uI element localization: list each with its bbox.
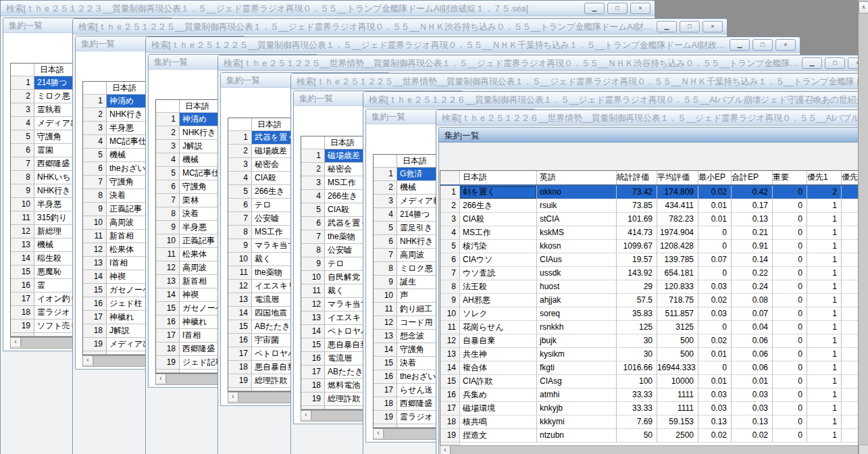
window-titlebar[interactable]: 検索[ｔｈｅ２５１２２５__世界情勢__質量制御再現公表１．５__ジェド霊界ラジ… [291,74,868,89]
pri1-cell: 1 [807,226,842,240]
aggregate-list-title: 集約一覧 [444,130,480,142]
maximize-button[interactable]: □ [680,21,700,32]
row-number-cell: 2 [374,181,397,195]
table-row[interactable]: 3CIA殺stCIA101.69782.230.010.1301 [440,213,868,226]
en-cell: rsuik [537,199,617,213]
column-header[interactable]: 統計評価 [617,171,657,184]
scroll-left-button[interactable]: ‹ [440,446,451,454]
scroll-left-button[interactable]: ‹ [83,356,93,365]
table-row[interactable]: 19捏造文ntzubn5025000.020.0201 [440,429,868,443]
jp-cell: 核汚染 [460,240,537,253]
table-row[interactable]: 18核共鳴kkkymi7.6959.1530.130.1301 [440,415,868,429]
imp-cell: 0 [773,186,807,199]
table-row[interactable]: 5核汚染kkosn1099.671208.42800.9101 [440,240,868,253]
window-title: 検索[ｔｈｅ２５１２２６__世界情勢__質量制御再現公表１．５__ジェド霊界ラジ… [442,112,868,124]
pri1-cell: 1 [807,415,842,429]
stat-cell: 1099.67 [617,240,657,253]
stat-cell: 33.33 [617,402,657,415]
column-header[interactable]: 平均評価 [657,171,698,184]
window-titlebar[interactable]: 検索[ｔｈｅ２５１２２５__世界情勢__質量制御再現公表１．５__ジェド霊界ラジ… [218,55,868,71]
window-titlebar[interactable]: 検索[ｔｈｅ２５１２２６__質量制御再現公表１．５__ジェド霊界ラジオ再現０．５… [363,92,868,107]
total-cell: 0.91 [732,240,773,253]
total-cell: 0.14 [732,253,773,267]
table-row[interactable]: 11花崗らせんrsnkkh125312500.0401 [440,321,868,334]
window-titlebar[interactable]: 検索[ｔｈｅ２５１２２５__質量制御再現公表１．５__ジェド霊界ラジオ再現０．５… [146,37,800,53]
minimize-button[interactable]: ▁ [584,3,605,14]
stat-cell: 35.83 [617,307,657,321]
v-scrollbar[interactable] [858,0,868,454]
scroll-up-icon: ∧ [862,4,866,10]
row-number-cell: 9 [156,221,180,234]
row-number-cell: 11 [228,266,252,280]
scroll-left-button[interactable]: ‹ [301,411,311,420]
minimize-button[interactable]: ▁ [802,57,822,69]
table-row[interactable]: 14複合体fkgti1016.6616944.33300.0601 [440,361,868,375]
table-row[interactable]: 9AH邪悪ahjjak57.5718.750.020.0801 [440,294,868,307]
row-number-cell: 18 [374,397,397,411]
total-cell: 0.13 [732,213,773,226]
minimize-button[interactable]: ▁ [730,39,750,51]
table-row[interactable]: 13共生神kysikm305000.010.0601 [440,348,868,361]
jp-cell: AH邪悪 [460,294,537,307]
scroll-down-button[interactable] [859,445,868,454]
min-cell: 0 [698,361,732,375]
scroll-left-button[interactable]: ‹ [11,338,21,347]
en-cell: fkgti [537,361,617,375]
column-header[interactable]: 英語 [537,171,617,184]
scroll-left-button[interactable]: ‹ [156,374,166,383]
table-row[interactable]: 7ウソ査読ussdk143.92654.18100.2201 [440,267,868,280]
column-header[interactable]: 重要 [773,171,807,184]
scroll-left-button[interactable]: ‹ [228,393,238,401]
maximize-button[interactable]: □ [825,57,845,69]
column-header[interactable]: 最小EP [698,171,732,184]
table-row[interactable]: 2266生きrsuik73.85434.4110.010.1701 [440,199,868,213]
row-number-cell: 5 [440,240,460,253]
row-number-cell: 9 [301,257,325,271]
jp-cell: 共生神 [460,348,537,361]
close-button[interactable]: × [703,21,723,32]
row-number-cell: 8 [11,171,34,184]
row-number-cell: 17 [374,384,397,397]
maximize-button[interactable]: □ [607,3,628,14]
table-row[interactable]: 4MS工作kskMS414.731974.90400.2101 [440,226,868,240]
row-number-cell: 7 [374,249,397,262]
window-title: 検索[ｔｈｅ２５１２２６__質量制御再現公表１．５__ジェド霊界ラジオ再現０．５… [369,94,868,106]
aggregate-list-titlebar[interactable]: 集約一覧 [439,128,868,143]
jp-cell: 花崗らせん [460,321,537,334]
row-number-cell: 16 [156,316,180,329]
column-header[interactable]: 合計EP [732,171,773,184]
min-cell: 0.01 [698,213,732,226]
en-cell: ussdk [537,267,617,280]
minimize-button[interactable]: ▁ [657,21,677,32]
row-number-cell: 12 [440,334,460,348]
column-header[interactable]: 優先1 [807,171,842,184]
table-row[interactable]: 8法王殺huost29120.8330.030.2401 [440,280,868,294]
table-row[interactable]: 1剣を置くokkno73.42174.8090.020.4202 [440,186,868,199]
row-number-cell: 11 [156,248,180,261]
table-row[interactable]: 6CIAウソCIAus19.57139.7850.070.1401 [440,253,868,267]
row-number-cell: 7 [11,157,34,171]
window-titlebar[interactable]: 検索[ｔｈｅ２５１２２６__世界情勢__質量制御再現公表１．５__ジェド霊界ラジ… [436,110,868,126]
table-row[interactable]: 17磁場環境knkyjb33.3311110.030.0301 [440,402,868,415]
h-scrollbar[interactable]: ‹ [440,445,868,454]
close-button[interactable]: × [775,39,796,51]
table-row[interactable]: 15CIA詐欺CIAsg100100000.010.0101 [440,375,868,388]
row-number-cell: 5 [83,149,107,162]
pri1-cell: 1 [807,429,842,443]
scroll-up-button[interactable]: ∧ [859,1,868,14]
scroll-left-button[interactable]: ‹ [374,429,384,438]
row-number-cell: 4 [83,135,107,149]
pri1-cell: 1 [807,294,842,307]
window-titlebar[interactable]: 検索[ｔｈｅ２５１２２５__質量制御再現公表１．５__ジェド霊界ラジオ再現０．５… [73,19,727,34]
table-row[interactable]: 16兵集めatmhi33.3311110.030.0301 [440,388,868,402]
maximize-button[interactable]: □ [752,39,773,51]
h-scrollbar-thumb[interactable] [451,446,868,454]
row-number-cell: 5 [374,222,397,235]
table-row[interactable]: 10ソレクsoreq35.83511.8570.030.0701 [440,307,868,321]
window-titlebar[interactable]: 検索[ｔｈｅ２５１２２３__質量制御再現公表１．５__ジェド霊界ラジオ再現０．５… [1,1,655,16]
row-number-cell: 2 [83,108,107,122]
table-row[interactable]: 12自暴自棄jbujk305000.020.0601 [440,334,868,348]
imp-cell: 0 [773,199,807,213]
column-header[interactable]: 日本語 [460,171,537,184]
close-button[interactable]: × [630,3,650,14]
